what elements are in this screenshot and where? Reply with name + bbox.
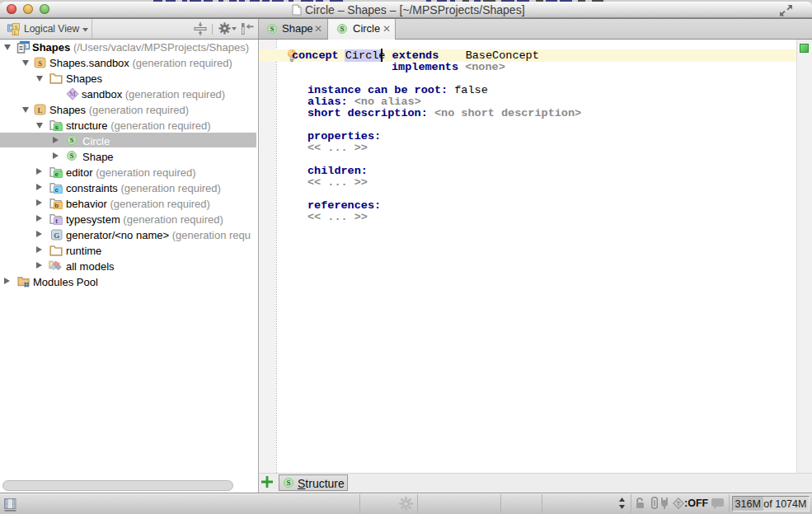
svg-text:L: L <box>37 106 42 114</box>
svg-text:t: t <box>55 217 58 225</box>
svg-text:e: e <box>54 171 59 178</box>
svg-text:b: b <box>54 202 59 209</box>
svg-text:S: S <box>15 25 17 30</box>
svg-text:c: c <box>54 186 59 194</box>
svg-text:S: S <box>38 59 42 68</box>
svg-text:L: L <box>14 30 17 35</box>
svg-text:T: T <box>677 500 681 507</box>
svg-text:G: G <box>54 231 59 240</box>
svg-text:s: s <box>54 124 59 131</box>
svg-text:M: M <box>69 90 76 98</box>
